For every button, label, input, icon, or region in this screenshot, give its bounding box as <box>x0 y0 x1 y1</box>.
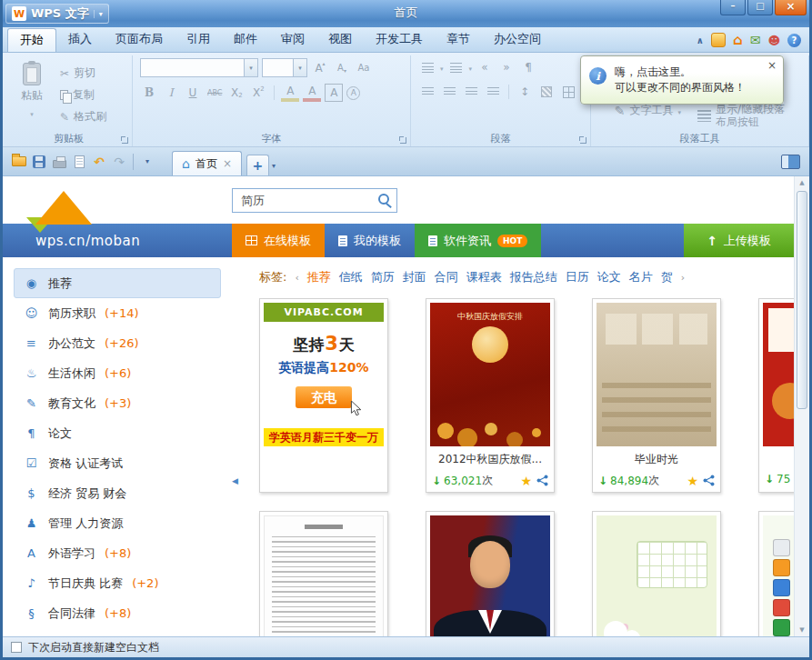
new-tab-button[interactable] <box>246 155 269 175</box>
format-painter-button[interactable]: 格式刷 <box>60 109 106 125</box>
text-tool-caret-icon[interactable] <box>678 105 682 117</box>
template-card-portrait[interactable] <box>426 511 555 636</box>
shading-button[interactable] <box>537 83 556 101</box>
character-shading-button[interactable] <box>325 84 343 102</box>
tag-schedule[interactable]: 课程表 <box>466 269 502 285</box>
ad-action-button[interactable]: 充电 <box>296 386 352 408</box>
increase-font-button[interactable] <box>311 59 329 77</box>
layout-toggle-button[interactable]: 显示/隐藏段落 布局按钮 <box>697 103 785 128</box>
nav-software-news[interactable]: 软件资讯 HOT <box>415 224 541 257</box>
tab-view[interactable]: 视图 <box>316 27 364 52</box>
view-switch-icon[interactable] <box>781 155 800 169</box>
font-dialog-launcher[interactable] <box>399 136 406 144</box>
font-color-button[interactable] <box>303 84 321 102</box>
nav-online-templates[interactable]: 在线模板 <box>232 224 325 257</box>
tag-recommended[interactable]: 推荐 <box>307 269 331 285</box>
share-icon[interactable] <box>703 475 715 486</box>
dock-icon[interactable] <box>773 599 790 616</box>
sidebar-item-festivals[interactable]: ♪ 节日庆典 比赛 (+2) <box>14 568 221 598</box>
dock-icon[interactable] <box>773 559 790 576</box>
sidebar-item-education[interactable]: ✎ 教育文化 (+3) <box>14 388 221 418</box>
underline-button[interactable] <box>184 84 202 102</box>
italic-button[interactable] <box>162 84 180 102</box>
template-title[interactable]: 抢火 <box>763 452 794 467</box>
tab-references[interactable]: 引用 <box>175 27 222 52</box>
strikethrough-button[interactable] <box>206 84 224 102</box>
document-tab-home[interactable]: 首页 <box>172 151 242 175</box>
cut-button[interactable]: 剪切 <box>60 65 106 81</box>
align-left-button[interactable] <box>418 83 436 101</box>
numbering-button[interactable] <box>447 58 466 76</box>
redo-button[interactable] <box>109 152 129 172</box>
app-menu-caret-icon[interactable] <box>94 10 103 18</box>
borders-button[interactable] <box>559 83 577 101</box>
tag-thesis[interactable]: 论文 <box>597 269 621 285</box>
favorite-icon[interactable] <box>687 474 698 488</box>
font-name-combobox[interactable] <box>140 58 258 77</box>
dock-icon[interactable] <box>773 619 790 636</box>
tags-scroll-right-icon[interactable] <box>681 272 685 284</box>
share-icon[interactable] <box>536 475 548 486</box>
template-title[interactable]: 毕业时光 <box>596 452 717 467</box>
tag-business-card[interactable]: 名片 <box>629 269 653 285</box>
font-name-caret-icon[interactable] <box>244 59 257 76</box>
sidebar-item-hr-management[interactable]: ♟ 管理 人力资源 <box>14 508 221 538</box>
tag-report[interactable]: 报告总结 <box>510 269 557 285</box>
decrease-indent-button[interactable] <box>476 58 494 76</box>
vertical-scrollbar[interactable] <box>794 176 809 636</box>
font-size-combobox[interactable] <box>262 58 307 77</box>
tag-greeting[interactable]: 贺 <box>661 269 673 285</box>
align-center-button[interactable] <box>440 83 458 101</box>
nav-my-templates[interactable]: 我的模板 <box>325 224 415 257</box>
template-card-partial[interactable]: 抢火 75 <box>758 298 794 493</box>
font-size-caret-icon[interactable] <box>293 59 306 76</box>
copy-button[interactable]: 复制 <box>60 87 106 103</box>
bullets-caret-icon[interactable] <box>440 61 444 74</box>
justify-button[interactable] <box>484 83 502 101</box>
mail-icon[interactable] <box>750 33 761 47</box>
scrollbar-thumb[interactable] <box>797 191 807 409</box>
print-button[interactable] <box>49 152 69 172</box>
open-button[interactable] <box>9 152 29 172</box>
scroll-up-icon[interactable] <box>795 179 809 186</box>
sidebar-item-language-learning[interactable]: A 外语学习 (+8) <box>14 538 221 568</box>
tab-home[interactable]: 开始 <box>7 28 56 52</box>
tab-page-layout[interactable]: 页面布局 <box>104 27 175 52</box>
dock-icon[interactable] <box>773 579 790 596</box>
sidebar-item-resume[interactable]: ☺ 简历求职 (+14) <box>14 298 221 328</box>
close-button[interactable] <box>775 0 807 15</box>
help-icon[interactable] <box>787 34 801 47</box>
new-blank-doc-checkbox[interactable] <box>11 642 22 653</box>
new-tab-caret-icon[interactable] <box>272 158 276 171</box>
numbering-caret-icon[interactable] <box>469 61 473 74</box>
enclose-character-button[interactable] <box>346 86 360 100</box>
scroll-down-icon[interactable] <box>795 626 809 634</box>
customize-toolbar-caret-icon[interactable] <box>137 152 157 172</box>
tag-stationery[interactable]: 信纸 <box>339 269 363 285</box>
tab-insert[interactable]: 插入 <box>56 27 104 52</box>
tag-contract[interactable]: 合同 <box>435 269 458 285</box>
app-menu-button[interactable]: W WPS 文字 <box>5 4 109 24</box>
community-icon[interactable] <box>767 34 780 47</box>
save-button[interactable] <box>29 152 49 172</box>
sidebar-item-lifestyle[interactable]: ♨ 生活休闲 (+6) <box>14 358 221 388</box>
template-card-document[interactable] <box>259 511 388 636</box>
superscript-button[interactable] <box>249 84 267 102</box>
tab-mailings[interactable]: 邮件 <box>222 27 269 52</box>
template-card-graduation[interactable]: 毕业时光 84,894 次 <box>592 298 721 493</box>
increase-indent-button[interactable] <box>497 58 516 76</box>
subscript-button[interactable] <box>227 84 246 102</box>
search-icon[interactable] <box>378 194 389 205</box>
tags-scroll-left-icon[interactable] <box>295 272 298 284</box>
favorite-icon[interactable] <box>520 474 532 488</box>
sidebar-item-contracts-law[interactable]: § 合同法律 (+8) <box>14 598 221 628</box>
template-card-mid-autumn[interactable]: 中秋国庆放假安排 2012中秋国庆放假... 63,021 次 <box>426 298 555 493</box>
tab-close-icon[interactable] <box>223 157 232 170</box>
sidebar-item-office-docs[interactable]: ≡ 办公范文 (+26) <box>14 328 221 358</box>
tag-calendar[interactable]: 日历 <box>566 269 589 285</box>
tab-review[interactable]: 审阅 <box>269 27 316 52</box>
hint-close-icon[interactable] <box>767 59 777 72</box>
show-marks-button[interactable] <box>519 58 537 76</box>
home-icon[interactable] <box>733 32 743 48</box>
tab-office-space[interactable]: 办公空间 <box>482 27 553 52</box>
